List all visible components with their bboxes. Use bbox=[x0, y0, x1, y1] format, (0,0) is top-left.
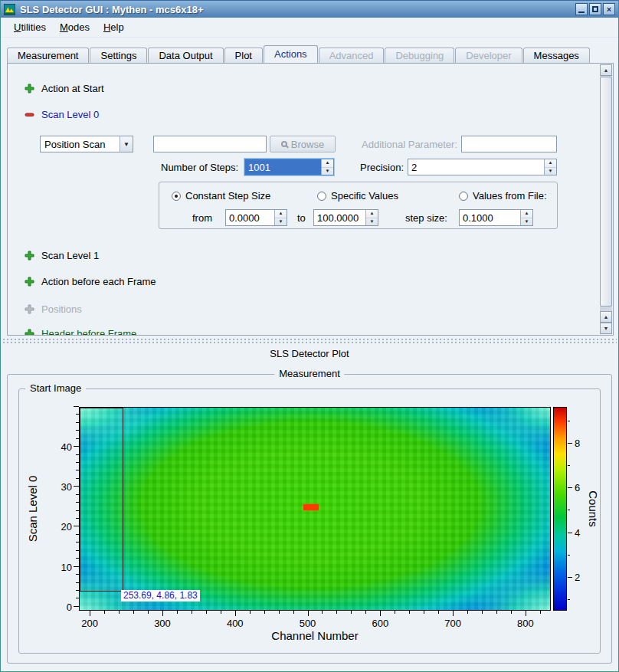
step-size-spinbox[interactable]: 0.1000 ▲▼ bbox=[459, 209, 533, 226]
spin-down-icon[interactable]: ▼ bbox=[366, 218, 378, 226]
radio-file-label[interactable]: Values from File: bbox=[473, 190, 547, 202]
heatmap-canvas[interactable] bbox=[79, 407, 551, 611]
colorbar-tick-mark bbox=[568, 510, 570, 510]
expand-plus-icon[interactable] bbox=[25, 277, 34, 287]
tab-developer: Developer bbox=[455, 48, 522, 63]
x-tick-label: 300 bbox=[154, 618, 171, 629]
scrollbar-thumb[interactable] bbox=[600, 77, 612, 306]
spin-down-icon[interactable]: ▼ bbox=[275, 218, 287, 226]
spin-buttons[interactable]: ▲▼ bbox=[544, 159, 556, 175]
x-tick-mark bbox=[308, 611, 309, 616]
scan-level-1-item[interactable]: Scan Level 1 bbox=[25, 249, 99, 261]
tab-measurement[interactable]: Measurement bbox=[7, 48, 89, 63]
spin-buttons[interactable]: ▲▼ bbox=[274, 210, 287, 225]
header-before-frame-item[interactable]: Header before Frame bbox=[25, 327, 136, 336]
spin-up-icon[interactable]: ▲ bbox=[275, 210, 287, 218]
spin-down-icon[interactable]: ▼ bbox=[322, 168, 333, 175]
colorbar bbox=[553, 407, 567, 611]
scan-level-0-item[interactable]: Scan Level 0 bbox=[25, 108, 99, 120]
scroll-up-button[interactable]: ▲ bbox=[600, 64, 612, 76]
dock-splitter[interactable]: SLS Detector Plot bbox=[1, 336, 618, 363]
scan-level-1-label[interactable]: Scan Level 1 bbox=[41, 250, 99, 261]
x-tick-mark bbox=[511, 611, 512, 614]
radio-specific-label[interactable]: Specific Values bbox=[331, 190, 398, 202]
x-tick-label: 400 bbox=[227, 618, 244, 629]
spin-up-icon[interactable]: ▲ bbox=[322, 159, 333, 168]
scan-mode-combobox[interactable]: Position Scan ▼ bbox=[40, 136, 133, 152]
action-at-start-label[interactable]: Action at Start bbox=[41, 83, 104, 94]
tab-plot[interactable]: Plot bbox=[224, 48, 263, 63]
tab-actions[interactable]: Actions bbox=[264, 45, 318, 63]
close-button[interactable]: × bbox=[603, 3, 615, 15]
radio-selected-icon[interactable] bbox=[172, 192, 181, 201]
collapse-minus-icon[interactable] bbox=[25, 110, 34, 120]
menu-utilities[interactable]: Utilities bbox=[7, 19, 53, 35]
maximize-button[interactable] bbox=[589, 3, 601, 15]
tab-messages[interactable]: Messages bbox=[523, 48, 590, 63]
tab-settings[interactable]: Settings bbox=[90, 48, 147, 63]
x-tick-labels: 200300400500600700800 bbox=[79, 618, 551, 629]
menu-help[interactable]: Help bbox=[97, 19, 131, 35]
expand-plus-icon[interactable] bbox=[25, 329, 34, 336]
action-at-start-item[interactable]: Action at Start bbox=[25, 82, 104, 94]
header-before-frame-label[interactable]: Header before Frame bbox=[41, 328, 136, 336]
vertical-scrollbar[interactable]: ▲ ▲ ▼ bbox=[600, 64, 612, 334]
scroll-up-button[interactable]: ▲ bbox=[600, 311, 612, 323]
colorbar-tick-mark bbox=[568, 487, 572, 488]
from-spinbox[interactable]: 0.0000 ▲▼ bbox=[225, 209, 287, 226]
chevron-down-icon[interactable]: ▼ bbox=[120, 136, 133, 152]
tab-debugging: Debugging bbox=[385, 48, 454, 63]
scroll-down-button[interactable]: ▼ bbox=[600, 323, 612, 334]
positions-label: Positions bbox=[41, 303, 82, 315]
radio-specific-values[interactable]: Specific Values bbox=[317, 190, 398, 202]
precision-spinbox[interactable]: 2 ▲▼ bbox=[408, 159, 557, 175]
spin-buttons[interactable]: ▲▼ bbox=[365, 210, 378, 225]
y-tick-label: 10 bbox=[61, 561, 72, 572]
colorbar-tick-marks bbox=[568, 407, 573, 611]
colorbar-tick-mark bbox=[568, 555, 570, 556]
to-value[interactable]: 100.0000 bbox=[314, 210, 365, 225]
radio-icon[interactable] bbox=[459, 192, 468, 201]
radio-constant-step-size[interactable]: Constant Step Size bbox=[172, 190, 270, 202]
spin-buttons[interactable]: ▲▼ bbox=[520, 210, 532, 225]
cursor-readout: 253.69, 4.86, 1.83 bbox=[121, 590, 200, 602]
splitter-handle-dots[interactable] bbox=[2, 338, 617, 343]
measurement-groupbox: Measurement Start Image Scan Level 0 010… bbox=[7, 374, 612, 664]
spin-up-icon[interactable]: ▲ bbox=[366, 210, 378, 218]
tab-data-output[interactable]: Data Output bbox=[148, 48, 223, 63]
num-steps-spinbox[interactable]: 1001 ▲▼ bbox=[244, 159, 334, 175]
minimize-button[interactable] bbox=[575, 3, 588, 15]
dock-title: SLS Detector Plot bbox=[1, 348, 618, 359]
y-tick-marks bbox=[74, 407, 79, 611]
additional-parameter-input[interactable] bbox=[461, 136, 557, 152]
to-spinbox[interactable]: 100.0000 ▲▼ bbox=[313, 209, 378, 226]
radio-icon[interactable] bbox=[317, 192, 326, 201]
spin-down-icon[interactable]: ▼ bbox=[545, 168, 556, 175]
spin-buttons[interactable]: ▲▼ bbox=[321, 159, 333, 175]
radio-constant-label[interactable]: Constant Step Size bbox=[185, 190, 270, 202]
scan-parameter-input[interactable] bbox=[153, 136, 267, 152]
precision-value[interactable]: 2 bbox=[408, 159, 544, 175]
menu-modes[interactable]: Modes bbox=[53, 19, 97, 35]
x-tick-mark bbox=[380, 611, 381, 616]
zoom-selection-rect[interactable] bbox=[80, 408, 123, 592]
app-window: SLS Detector GUI : Mythen - mcs6x18+ × U… bbox=[0, 0, 619, 672]
spin-down-icon[interactable]: ▼ bbox=[521, 218, 532, 226]
titlebar[interactable]: SLS Detector GUI : Mythen - mcs6x18+ × bbox=[1, 1, 618, 18]
scan-mode-value[interactable]: Position Scan bbox=[41, 136, 120, 152]
expand-plus-icon[interactable] bbox=[25, 84, 34, 93]
radio-values-from-file[interactable]: Values from File: bbox=[459, 190, 547, 202]
x-tick-mark bbox=[540, 611, 541, 614]
action-before-frame-label[interactable]: Action before each Frame bbox=[41, 276, 156, 287]
spin-up-icon[interactable]: ▲ bbox=[545, 159, 556, 168]
expand-plus-icon[interactable] bbox=[25, 251, 34, 261]
action-before-frame-item[interactable]: Action before each Frame bbox=[25, 275, 156, 287]
step-size-value[interactable]: 0.1000 bbox=[460, 210, 520, 225]
y-tick-mark bbox=[74, 526, 79, 526]
spin-up-icon[interactable]: ▲ bbox=[521, 210, 532, 218]
scan-level-0-label[interactable]: Scan Level 0 bbox=[41, 109, 99, 120]
from-value[interactable]: 0.0000 bbox=[226, 210, 274, 225]
x-tick-label: 700 bbox=[444, 618, 461, 629]
num-steps-value[interactable]: 1001 bbox=[245, 159, 321, 175]
start-image-groupbox: Start Image Scan Level 0 010203040 253.6… bbox=[18, 388, 601, 654]
